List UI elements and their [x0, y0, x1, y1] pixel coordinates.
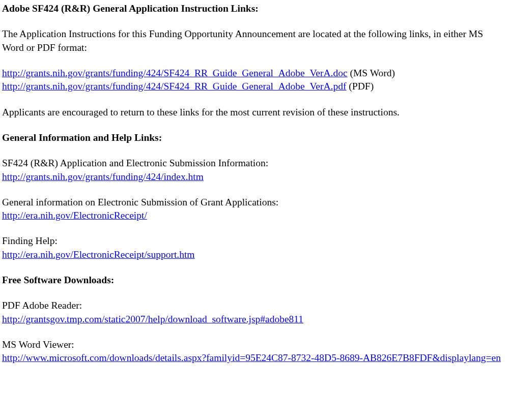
link-sf424-doc[interactable]: http://grants.nih.gov/grants/funding/424…: [2, 68, 348, 78]
intro-paragraph: The Application Instructions for this Fu…: [2, 27, 506, 54]
label-electronic-submission: General information on Electronic Submis…: [2, 196, 506, 209]
link-word-viewer[interactable]: http://www.microsoft.com/downloads/detai…: [2, 352, 501, 363]
link-sf424-pdf[interactable]: http://grants.nih.gov/grants/funding/424…: [2, 81, 346, 92]
label-word-viewer: MS Word Viewer:: [2, 338, 506, 351]
download-item-adobe-reader: PDF Adobe Reader: http://grantsgov.tmp.c…: [2, 299, 506, 326]
link-row-pdf: http://grants.nih.gov/grants/funding/424…: [2, 80, 506, 93]
heading-free-software-downloads: Free Software Downloads:: [2, 274, 506, 287]
link-adobe-reader[interactable]: http://grantsgov.tmp.com/static2007/help…: [2, 314, 303, 324]
label-adobe-reader: PDF Adobe Reader:: [2, 299, 506, 312]
suffix-pdf: (PDF): [346, 81, 374, 92]
label-sf424-info: SF424 (R&R) Application and Electronic S…: [2, 157, 506, 170]
link-sf424-index[interactable]: http://grants.nih.gov/grants/funding/424…: [2, 171, 204, 182]
note-current-revision: Applicants are encouraged to return to t…: [2, 106, 506, 119]
suffix-ms-word: (MS Word): [348, 68, 395, 78]
help-item-electronic-submission: General information on Electronic Submis…: [2, 196, 506, 223]
label-finding-help: Finding Help:: [2, 234, 506, 248]
link-support[interactable]: http://era.nih.gov/ElectronicReceipt/sup…: [2, 249, 195, 260]
heading-general-info-help: General Information and Help Links:: [2, 131, 506, 144]
link-row-doc: http://grants.nih.gov/grants/funding/424…: [2, 67, 506, 80]
instruction-links-block: http://grants.nih.gov/grants/funding/424…: [2, 67, 506, 94]
help-item-sf424: SF424 (R&R) Application and Electronic S…: [2, 157, 506, 184]
help-item-finding-help: Finding Help: http://era.nih.gov/Electro…: [2, 234, 506, 261]
link-electronic-receipt[interactable]: http://era.nih.gov/ElectronicReceipt/: [2, 210, 147, 221]
download-item-word-viewer: MS Word Viewer: http://www.microsoft.com…: [2, 338, 506, 365]
heading-application-instruction-links: Adobe SF424 (R&R) General Application In…: [2, 2, 506, 15]
